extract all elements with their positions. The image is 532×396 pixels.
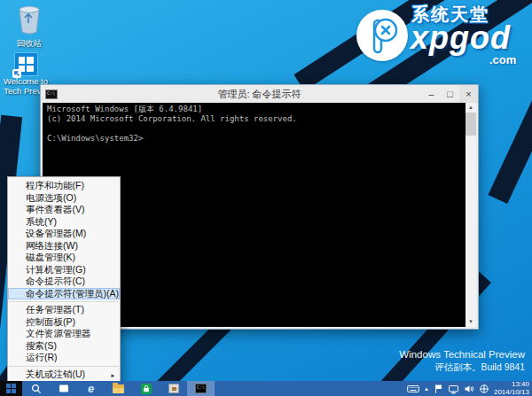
logo-tld-text: .com bbox=[489, 53, 516, 66]
internet-explorer-button[interactable]: e bbox=[77, 381, 105, 396]
menu-item-programs-and-features[interactable]: 程序和功能(F) bbox=[8, 180, 120, 192]
menu-separator bbox=[9, 366, 119, 367]
menu-item-label: 文件资源管理器 bbox=[26, 328, 91, 338]
logo-site-text: xpgod bbox=[411, 19, 511, 57]
menu-item-label: 控制面板(P) bbox=[26, 316, 75, 327]
command-prompt-icon bbox=[45, 89, 58, 99]
hidden-icons-chevron-icon[interactable]: ▲ bbox=[424, 386, 429, 392]
window-title: 管理员: 命令提示符 bbox=[41, 88, 478, 101]
minimize-button[interactable]: – bbox=[422, 85, 441, 103]
maximize-button[interactable]: □ bbox=[441, 85, 459, 103]
file-explorer-icon bbox=[113, 384, 124, 393]
menu-item-computer-management[interactable]: 计算机管理(G) bbox=[8, 264, 120, 276]
command-prompt-icon bbox=[195, 384, 207, 393]
recycle-bin-icon[interactable]: 回收站 bbox=[5, 5, 53, 48]
recycle-bin-label: 回收站 bbox=[5, 39, 53, 49]
menu-item-label: 命令提示符(管理员)(A) bbox=[26, 288, 119, 299]
menu-item-search[interactable]: 搜索(S) bbox=[8, 340, 120, 353]
menu-item-device-manager[interactable]: 设备管理器(M) bbox=[8, 228, 120, 240]
scrollbar-thumb[interactable] bbox=[466, 113, 476, 136]
menu-item-label: 关机或注销(U) bbox=[26, 369, 85, 379]
menu-item-label: 任务管理器(T) bbox=[26, 304, 84, 314]
close-button[interactable]: × bbox=[459, 85, 478, 103]
menu-item-label: 计算机管理(G) bbox=[26, 264, 86, 275]
search-button[interactable] bbox=[22, 381, 50, 396]
scrollbar-track[interactable] bbox=[466, 136, 476, 317]
scroll-down-icon[interactable]: ▼ bbox=[466, 317, 476, 327]
menu-item-label: 系统(Y) bbox=[26, 216, 57, 227]
windows-tile-glyph bbox=[15, 53, 37, 75]
wallpaper-stripe bbox=[488, 74, 532, 204]
console-line bbox=[47, 124, 460, 134]
store-button[interactable] bbox=[132, 381, 160, 396]
menu-item-label: 网络连接(W) bbox=[26, 240, 78, 251]
shortcut-arrow-icon bbox=[12, 69, 21, 78]
scroll-up-icon[interactable]: ▲ bbox=[466, 103, 476, 113]
console-line: Microsoft Windows [版本 6.4.9841] bbox=[47, 105, 460, 114]
menu-item-disk-management[interactable]: 磁盘管理(K) bbox=[8, 252, 120, 264]
xpgod-logo-icon bbox=[356, 10, 408, 61]
menu-item-label: 程序和功能(F) bbox=[26, 180, 84, 190]
console-line: C:\Windows\system32> bbox=[47, 134, 460, 144]
menu-item-shutdown-or-signout[interactable]: 关机或注销(U)▸ bbox=[8, 369, 120, 381]
watermark-line1: Windows Technical Preview bbox=[399, 349, 525, 360]
store-icon bbox=[141, 384, 152, 394]
menu-item-task-manager[interactable]: 任务管理器(T) bbox=[8, 304, 120, 316]
search-icon bbox=[31, 384, 42, 394]
taskbar: e ▲ bbox=[0, 381, 532, 396]
windows-logo-icon bbox=[6, 384, 16, 393]
menu-item-label: 运行(R) bbox=[26, 352, 58, 362]
action-center-flag-icon[interactable] bbox=[434, 384, 443, 394]
watermark-line2: 评估副本。Build 9841 bbox=[399, 361, 525, 374]
menu-item-label: 电源选项(O) bbox=[26, 192, 76, 203]
menu-item-system[interactable]: 系统(Y) bbox=[8, 216, 120, 229]
submenu-arrow-icon: ▸ bbox=[111, 370, 114, 381]
menu-item-event-viewer[interactable]: 事件查看器(V) bbox=[8, 204, 120, 216]
desktop: 系统天堂 xpgod .com 回收站 Welcome to Tech Prev… bbox=[0, 0, 532, 396]
xpgod-watermark-logo: 系统天堂 xpgod .com bbox=[355, 2, 530, 69]
menu-separator bbox=[9, 301, 119, 302]
window-controls: – □ × bbox=[422, 85, 478, 103]
touch-keyboard-icon[interactable] bbox=[407, 384, 419, 394]
menu-item-label: 搜索(S) bbox=[26, 340, 57, 351]
volume-icon[interactable] bbox=[464, 384, 474, 394]
winx-menu: 程序和功能(F)电源选项(O)事件查看器(V)系统(Y)设备管理器(M)网络连接… bbox=[7, 176, 121, 396]
installer-button[interactable] bbox=[160, 381, 187, 396]
recycle-bin-glyph bbox=[5, 5, 53, 37]
menu-item-control-panel[interactable]: 控制面板(P) bbox=[8, 316, 120, 329]
menu-item-label: 设备管理器(M) bbox=[26, 228, 86, 238]
clock-date: 2014/10/13 bbox=[494, 389, 529, 396]
task-view-icon bbox=[59, 384, 69, 393]
menu-item-run[interactable]: 运行(R) bbox=[8, 352, 120, 364]
task-view-button[interactable] bbox=[50, 381, 77, 396]
network-icon[interactable] bbox=[448, 384, 459, 394]
menu-item-label: 磁盘管理(K) bbox=[26, 252, 75, 262]
menu-item-network-connections[interactable]: 网络连接(W) bbox=[8, 240, 120, 252]
console-line: (c) 2014 Microsoft Corporation. All righ… bbox=[47, 114, 460, 124]
titlebar[interactable]: 管理员: 命令提示符 – □ × bbox=[41, 85, 478, 103]
vertical-scrollbar[interactable]: ▲ ▼ bbox=[466, 103, 476, 327]
installer-icon bbox=[168, 384, 179, 393]
file-explorer-button[interactable] bbox=[105, 381, 132, 396]
menu-item-command-prompt[interactable]: 命令提示符(C) bbox=[8, 276, 120, 288]
clock[interactable]: 13:40 2014/10/13 bbox=[494, 381, 529, 396]
menu-item-label: 命令提示符(C) bbox=[26, 276, 85, 286]
build-watermark: Windows Technical Preview 评估副本。Build 984… bbox=[399, 349, 525, 374]
menu-item-power-options[interactable]: 电源选项(O) bbox=[8, 192, 120, 205]
system-tray: ▲ 13:40 2014/10/13 bbox=[407, 381, 532, 396]
internet-explorer-icon: e bbox=[88, 383, 94, 394]
menu-item-label: 事件查看器(V) bbox=[26, 204, 85, 214]
menu-item-file-explorer[interactable]: 文件资源管理器 bbox=[8, 328, 120, 340]
start-button[interactable] bbox=[0, 381, 22, 396]
command-prompt-taskbar-button[interactable] bbox=[187, 381, 215, 396]
menu-item-command-prompt-admin[interactable]: 命令提示符(管理员)(A) bbox=[8, 288, 120, 300]
input-indicator-icon[interactable] bbox=[479, 384, 489, 394]
